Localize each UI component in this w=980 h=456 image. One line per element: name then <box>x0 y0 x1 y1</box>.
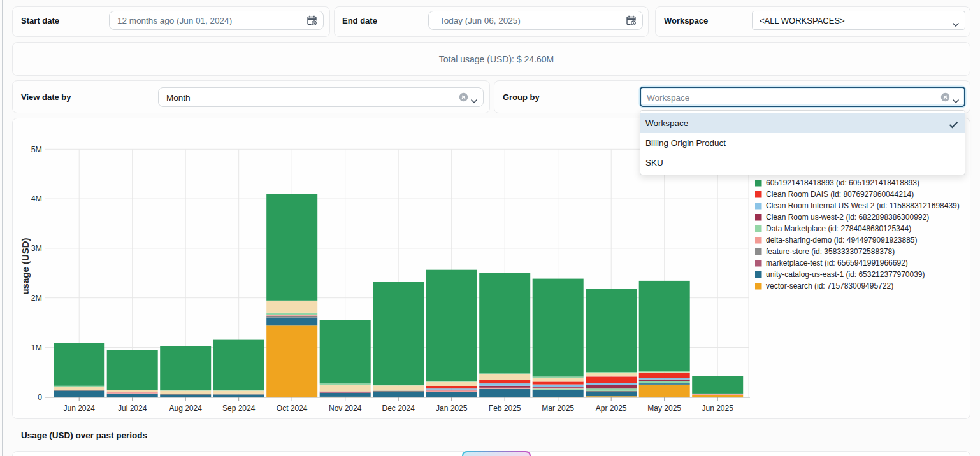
svg-text:Aug 2024: Aug 2024 <box>169 404 203 413</box>
svg-text:Jul 2024: Jul 2024 <box>118 404 147 413</box>
svg-text:0: 0 <box>38 393 42 402</box>
svg-text:1M: 1M <box>31 343 42 352</box>
svg-text:May 2025: May 2025 <box>647 404 681 413</box>
svg-text:Jun 2024: Jun 2024 <box>64 404 96 413</box>
svg-text:Nov 2024: Nov 2024 <box>329 404 362 413</box>
svg-text:Jun 2025: Jun 2025 <box>702 404 734 413</box>
svg-text:unity-catalog-us-east-1 (id: 6: unity-catalog-us-east-1 (id: 65321237797… <box>766 270 925 279</box>
svg-text:Oct 2024: Oct 2024 <box>277 404 308 413</box>
svg-text:5M: 5M <box>31 145 42 154</box>
svg-text:marketplace-test (id: 65659419: marketplace-test (id: 6565941991966692) <box>766 259 908 267</box>
svg-text:Mar 2025: Mar 2025 <box>542 404 574 413</box>
svg-text:Clean Room us-west-2 (id: 6822: Clean Room us-west-2 (id: 68228983863009… <box>766 213 929 222</box>
svg-text:6051921418418893 (id: 60519214: 6051921418418893 (id: 6051921418418893) <box>766 178 919 187</box>
svg-text:Jan 2025: Jan 2025 <box>436 404 468 413</box>
svg-text:4M: 4M <box>31 194 42 203</box>
svg-text:3M: 3M <box>31 244 42 253</box>
svg-text:2M: 2M <box>31 294 42 303</box>
svg-text:Dec 2024: Dec 2024 <box>382 404 415 413</box>
svg-text:vector-search (id: 71578300949: vector-search (id: 715783009495722) <box>766 281 893 290</box>
svg-text:Data Marketplace (id: 27840486: Data Marketplace (id: 2784048680125344) <box>766 224 911 233</box>
svg-text:Clean Room Internal US West 2: Clean Room Internal US West 2 (id: 11588… <box>766 201 960 210</box>
svg-text:Sep 2024: Sep 2024 <box>222 404 256 413</box>
svg-text:feature-store (id: 35833330725: feature-store (id: 3583333072588378) <box>766 247 895 256</box>
svg-text:Feb 2025: Feb 2025 <box>489 404 521 413</box>
svg-text:Clean Room DAIS (id: 807692786: Clean Room DAIS (id: 8076927860044214) <box>766 190 914 199</box>
svg-text:Apr 2025: Apr 2025 <box>596 404 627 413</box>
svg-text:usage (USD): usage (USD) <box>20 238 31 294</box>
svg-text:delta-sharing-demo (id: 494497: delta-sharing-demo (id: 4944979091923885… <box>766 236 918 245</box>
